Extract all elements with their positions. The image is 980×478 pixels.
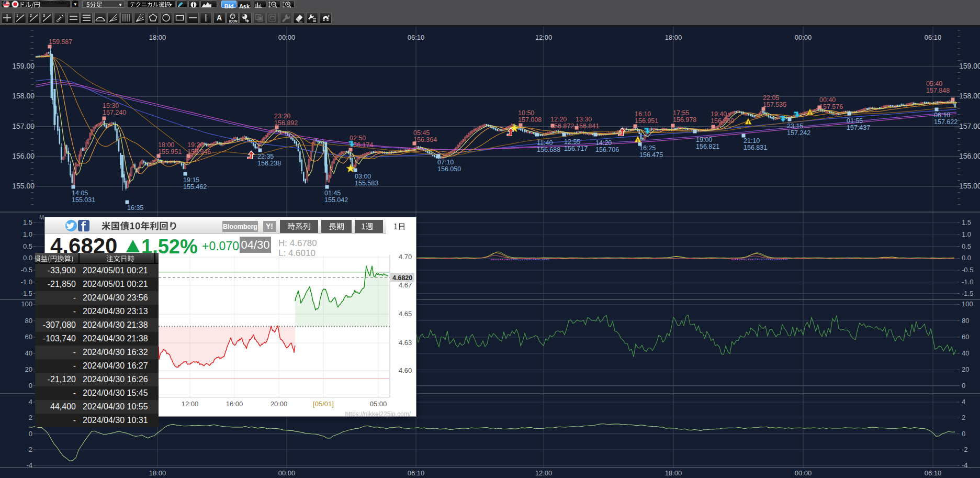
svg-text:-4: -4 bbox=[962, 461, 968, 469]
svg-text:4.6820: 4.6820 bbox=[392, 274, 412, 282]
svg-text:Bloomberg: Bloomberg bbox=[223, 223, 257, 230]
svg-text:21:10: 21:10 bbox=[744, 137, 760, 144]
svg-text:0.5: 0.5 bbox=[962, 242, 971, 250]
svg-text:06:10: 06:10 bbox=[934, 112, 950, 119]
svg-text:00:00: 00:00 bbox=[795, 469, 812, 477]
svg-text:00:00: 00:00 bbox=[278, 34, 296, 41]
svg-text:40: 40 bbox=[962, 349, 969, 357]
svg-text:156.706: 156.706 bbox=[595, 146, 619, 153]
svg-text:11:40: 11:40 bbox=[537, 139, 553, 147]
svg-text:10:50: 10:50 bbox=[518, 109, 534, 117]
svg-text:155.00: 155.00 bbox=[959, 182, 980, 190]
svg-text:80: 80 bbox=[25, 317, 32, 325]
svg-text:19:20: 19:20 bbox=[187, 141, 204, 149]
svg-text:80: 80 bbox=[962, 317, 969, 325]
svg-text:159.00: 159.00 bbox=[959, 62, 980, 70]
svg-text:Y!: Y! bbox=[266, 222, 273, 230]
svg-text:00:40: 00:40 bbox=[819, 96, 836, 104]
svg-text:155.031: 155.031 bbox=[72, 196, 95, 204]
svg-text:155.951: 155.951 bbox=[158, 148, 182, 155]
svg-text:100: 100 bbox=[21, 300, 32, 308]
svg-text:1.0: 1.0 bbox=[23, 230, 32, 238]
svg-text:04/30: 04/30 bbox=[241, 238, 269, 251]
svg-text:M: M bbox=[39, 214, 44, 220]
svg-text:20: 20 bbox=[962, 365, 969, 373]
svg-text:156.475: 156.475 bbox=[639, 151, 663, 159]
svg-text:06:10: 06:10 bbox=[925, 34, 942, 41]
svg-text:05:00: 05:00 bbox=[370, 400, 387, 408]
svg-text:4.60: 4.60 bbox=[399, 366, 412, 374]
svg-text:16:35: 16:35 bbox=[127, 204, 143, 212]
svg-text:1: 1 bbox=[16, 14, 18, 17]
svg-text:3: 3 bbox=[43, 14, 45, 17]
svg-text:13:30: 13:30 bbox=[576, 116, 592, 123]
svg-text:06:10: 06:10 bbox=[925, 469, 942, 477]
svg-text:0.0: 0.0 bbox=[23, 254, 32, 262]
svg-text:https://nikkei225jp.com/: https://nikkei225jp.com/ bbox=[345, 410, 411, 416]
svg-text:15:30: 15:30 bbox=[103, 102, 119, 109]
svg-text:[05/01]: [05/01] bbox=[313, 400, 334, 408]
svg-text:12:55: 12:55 bbox=[564, 138, 580, 146]
svg-text:156.00: 156.00 bbox=[12, 152, 35, 160]
svg-text:03:00: 03:00 bbox=[355, 173, 371, 180]
svg-text:4.65: 4.65 bbox=[399, 310, 412, 318]
svg-text:2: 2 bbox=[30, 14, 32, 17]
svg-text:18:00: 18:00 bbox=[665, 469, 682, 477]
svg-text:0: 0 bbox=[29, 382, 32, 390]
svg-text:06:10: 06:10 bbox=[408, 469, 425, 477]
svg-text:14:20: 14:20 bbox=[595, 139, 612, 147]
svg-text:157.576: 157.576 bbox=[819, 103, 843, 110]
svg-text:05:45: 05:45 bbox=[413, 129, 430, 137]
svg-text:158.00: 158.00 bbox=[959, 92, 980, 100]
svg-text:4.70: 4.70 bbox=[399, 253, 412, 261]
svg-text:100: 100 bbox=[962, 300, 973, 308]
svg-text:23:20: 23:20 bbox=[274, 113, 290, 120]
svg-text:1.5: 1.5 bbox=[23, 218, 32, 226]
svg-text:19:40: 19:40 bbox=[711, 110, 727, 118]
svg-text:60: 60 bbox=[962, 333, 969, 341]
svg-text:20:00: 20:00 bbox=[271, 400, 288, 408]
svg-text:0: 0 bbox=[29, 430, 32, 438]
svg-text:156.364: 156.364 bbox=[413, 136, 437, 143]
svg-text:18:00: 18:00 bbox=[665, 34, 682, 41]
svg-text:23:15: 23:15 bbox=[787, 123, 803, 130]
svg-text:16:00: 16:00 bbox=[226, 400, 243, 408]
svg-text:-1.5: -1.5 bbox=[962, 290, 973, 297]
svg-text:01:55: 01:55 bbox=[847, 117, 863, 125]
svg-text:155.042: 155.042 bbox=[324, 196, 348, 204]
svg-text:12:00: 12:00 bbox=[182, 400, 199, 408]
svg-text:1.5: 1.5 bbox=[962, 218, 971, 226]
svg-text:157.437: 157.437 bbox=[847, 124, 870, 131]
svg-text:158.00: 158.00 bbox=[12, 92, 35, 100]
svg-text:157.240: 157.240 bbox=[103, 109, 126, 116]
svg-text:01:45: 01:45 bbox=[324, 190, 341, 197]
svg-text:00:00: 00:00 bbox=[795, 34, 812, 41]
svg-text:157.00: 157.00 bbox=[959, 122, 980, 130]
svg-text:2: 2 bbox=[962, 414, 965, 421]
svg-text:156.841: 156.841 bbox=[576, 123, 599, 130]
svg-text:18:00: 18:00 bbox=[149, 469, 166, 477]
svg-text:-1.0: -1.0 bbox=[21, 278, 32, 286]
svg-text:+0.070: +0.070 bbox=[202, 239, 239, 253]
svg-text:!: ! bbox=[748, 120, 749, 125]
svg-text:19:15: 19:15 bbox=[183, 176, 199, 184]
svg-text:0.0: 0.0 bbox=[962, 254, 971, 262]
svg-text:-0.5: -0.5 bbox=[21, 266, 32, 274]
svg-text:L: 4.6010: L: 4.6010 bbox=[278, 248, 316, 258]
svg-text:157.00: 157.00 bbox=[12, 122, 35, 130]
svg-text:156.978: 156.978 bbox=[673, 116, 696, 124]
svg-text:157.535: 157.535 bbox=[763, 101, 786, 108]
svg-text:4.63: 4.63 bbox=[399, 339, 412, 347]
svg-text:157.848: 157.848 bbox=[926, 87, 950, 94]
svg-text:155.00: 155.00 bbox=[12, 182, 35, 190]
svg-text:ICON: ICON bbox=[229, 19, 238, 23]
svg-text:19:00: 19:00 bbox=[696, 136, 712, 143]
svg-text:157.242: 157.242 bbox=[787, 129, 810, 137]
svg-text:16:25: 16:25 bbox=[639, 144, 656, 152]
svg-text:156.950: 156.950 bbox=[711, 117, 734, 125]
svg-text:155.946: 155.946 bbox=[187, 148, 211, 155]
svg-text:155.462: 155.462 bbox=[183, 183, 207, 191]
svg-text:00:00: 00:00 bbox=[278, 469, 296, 477]
svg-text:-2: -2 bbox=[962, 446, 968, 453]
svg-text:12:00: 12:00 bbox=[535, 34, 553, 41]
